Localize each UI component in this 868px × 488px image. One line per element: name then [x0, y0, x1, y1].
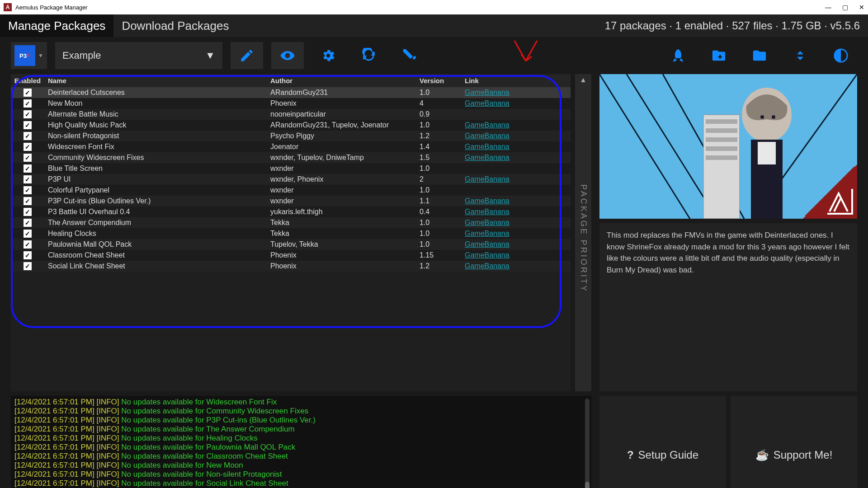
package-author: yukaris.left.thigh: [270, 208, 420, 216]
package-name: Non-silent Protagonist: [44, 132, 270, 140]
enabled-checkbox[interactable]: ✓: [24, 143, 32, 151]
tab-download-packages[interactable]: Download Packages: [113, 14, 237, 37]
open-folder-button[interactable]: [743, 42, 776, 69]
enabled-checkbox[interactable]: ✓: [24, 251, 32, 259]
table-row[interactable]: ✓Colorful Partypanelwxnder1.0: [11, 185, 571, 196]
table-row[interactable]: ✓Alternate Battle Musicnooneinparticular…: [11, 109, 571, 120]
window-minimize[interactable]: —: [825, 4, 831, 11]
col-enabled[interactable]: Enabled: [11, 77, 44, 84]
enabled-checkbox[interactable]: ✓: [24, 208, 32, 216]
profile-name: Example: [62, 50, 101, 61]
priority-label: PACKAGE PRIORITY: [579, 184, 588, 293]
package-version: 1.0: [420, 121, 465, 129]
theme-button[interactable]: [825, 42, 857, 69]
table-row[interactable]: ✓Non-silent ProtagonistPsycho Piggy1.2Ga…: [11, 131, 571, 141]
launch-button[interactable]: [662, 42, 694, 69]
package-link[interactable]: GameBanana: [465, 251, 509, 259]
log-output[interactable]: [12/4/2021 6:57:01 PM] [INFO] No updates…: [11, 396, 591, 488]
log-scrollbar[interactable]: [585, 399, 590, 488]
log-line: [12/4/2021 6:57:01 PM] [INFO] No updates…: [14, 398, 588, 407]
package-author: wxnder: [270, 197, 420, 205]
svg-point-11: [760, 115, 764, 119]
table-row[interactable]: ✓P3 Battle UI Overhaul 0.4yukaris.left.t…: [11, 206, 571, 217]
enabled-checkbox[interactable]: ✓: [24, 175, 32, 183]
table-row[interactable]: ✓Paulownia Mall QOL PackTupelov, Tekka1.…: [11, 239, 571, 250]
table-row[interactable]: ✓P3P UIwxnder, Phoenix2GameBanana: [11, 174, 571, 185]
coffee-icon: ☕: [755, 449, 769, 461]
col-author[interactable]: Author: [270, 77, 420, 84]
package-author: Tupelov, Tekka: [270, 240, 420, 249]
package-author: nooneinparticular: [270, 110, 420, 118]
game-selector[interactable]: P3F ▼: [11, 42, 47, 69]
table-row[interactable]: ✓The Answer CompendiumTekka1.0GameBanana: [11, 217, 571, 228]
package-link[interactable]: GameBanana: [465, 99, 509, 107]
enabled-checkbox[interactable]: ✓: [24, 186, 32, 194]
table-row[interactable]: ✓Deinterlaced CutscenesARandomGuy2311.0G…: [11, 87, 571, 98]
enabled-checkbox[interactable]: ✓: [24, 154, 32, 162]
enabled-checkbox[interactable]: ✓: [24, 230, 32, 238]
table-row[interactable]: ✓High Quality Music PackARandomGuy231, T…: [11, 120, 571, 131]
enabled-checkbox[interactable]: ✓: [24, 121, 32, 129]
enabled-checkbox[interactable]: ✓: [24, 99, 32, 108]
help-icon: ?: [627, 449, 634, 461]
col-version[interactable]: Version: [420, 77, 465, 84]
table-row[interactable]: ✓P3P Cut-ins (Blue Outlines Ver.)wxnder1…: [11, 196, 571, 206]
package-name: Colorful Partypanel: [44, 186, 270, 194]
package-link[interactable]: GameBanana: [465, 240, 509, 248]
table-row[interactable]: ✓Social Link Cheat SheetPhoenix1.2GameBa…: [11, 261, 571, 272]
enabled-checkbox[interactable]: ✓: [24, 89, 32, 97]
package-author: ARandomGuy231: [270, 89, 420, 97]
package-link[interactable]: GameBanana: [465, 121, 509, 129]
col-name[interactable]: Name: [44, 77, 270, 84]
package-link[interactable]: GameBanana: [465, 197, 509, 205]
tab-manage-packages[interactable]: Manage Packages: [0, 14, 113, 37]
table-row[interactable]: ✓Widescreen Font FixJoenator1.4GameBanan…: [11, 141, 571, 152]
table-row[interactable]: ✓Healing ClocksTekka1.0GameBanana: [11, 228, 571, 239]
refresh-button[interactable]: [353, 42, 385, 69]
enabled-checkbox[interactable]: ✓: [24, 110, 32, 118]
package-link[interactable]: GameBanana: [465, 89, 509, 96]
package-version: 1.15: [420, 251, 465, 259]
window-title: Aemulus Package Manager: [15, 4, 88, 11]
build-button[interactable]: [393, 42, 426, 69]
enabled-checkbox[interactable]: ✓: [24, 197, 32, 205]
package-version: 1.0: [420, 219, 465, 227]
profile-selector[interactable]: Example ▼: [55, 42, 222, 69]
edit-button[interactable]: [231, 42, 263, 69]
package-link[interactable]: GameBanana: [465, 262, 509, 270]
package-link[interactable]: GameBanana: [465, 219, 509, 226]
window-maximize[interactable]: ▢: [842, 4, 848, 11]
package-link[interactable]: GameBanana: [465, 175, 509, 183]
enabled-checkbox[interactable]: ✓: [24, 240, 32, 249]
preview-button[interactable]: [271, 42, 304, 69]
enabled-checkbox[interactable]: ✓: [24, 219, 32, 227]
package-link[interactable]: GameBanana: [465, 143, 509, 150]
table-row[interactable]: ✓Community Widescreen Fixeswxnder, Tupel…: [11, 152, 571, 163]
window-close[interactable]: ✕: [859, 4, 864, 11]
package-link[interactable]: GameBanana: [465, 132, 509, 140]
log-line: [12/4/2021 6:57:01 PM] [INFO] No updates…: [14, 407, 588, 416]
support-button[interactable]: ☕ Support Me!: [731, 396, 857, 488]
table-row[interactable]: ✓Blue Title Screenwxnder1.0: [11, 163, 571, 174]
enabled-checkbox[interactable]: ✓: [24, 164, 32, 173]
package-name: New Moon: [44, 99, 270, 108]
table-row[interactable]: ✓Classroom Cheat SheetPhoenix1.15GameBan…: [11, 250, 571, 261]
package-version: 1.4: [420, 143, 465, 151]
package-link[interactable]: GameBanana: [465, 230, 509, 237]
package-link[interactable]: GameBanana: [465, 208, 509, 216]
priority-scrollbar[interactable]: ▲ PACKAGE PRIORITY: [575, 74, 591, 391]
col-link[interactable]: Link: [465, 77, 533, 84]
enabled-checkbox[interactable]: ✓: [24, 132, 32, 140]
sort-button[interactable]: [784, 42, 816, 69]
settings-button[interactable]: [312, 42, 344, 69]
new-folder-button[interactable]: [703, 42, 735, 69]
package-name: Blue Title Screen: [44, 164, 270, 173]
enabled-checkbox[interactable]: ✓: [24, 262, 32, 270]
log-line: [12/4/2021 6:57:01 PM] [INFO] No updates…: [14, 425, 588, 434]
svg-point-12: [772, 115, 775, 119]
table-row[interactable]: ✓New MoonPhoenix4GameBanana: [11, 98, 571, 109]
chevron-down-icon: ▼: [38, 52, 43, 59]
scroll-up-icon[interactable]: ▲: [580, 74, 587, 86]
setup-guide-button[interactable]: ? Setup Guide: [599, 396, 726, 488]
package-link[interactable]: GameBanana: [465, 154, 509, 161]
